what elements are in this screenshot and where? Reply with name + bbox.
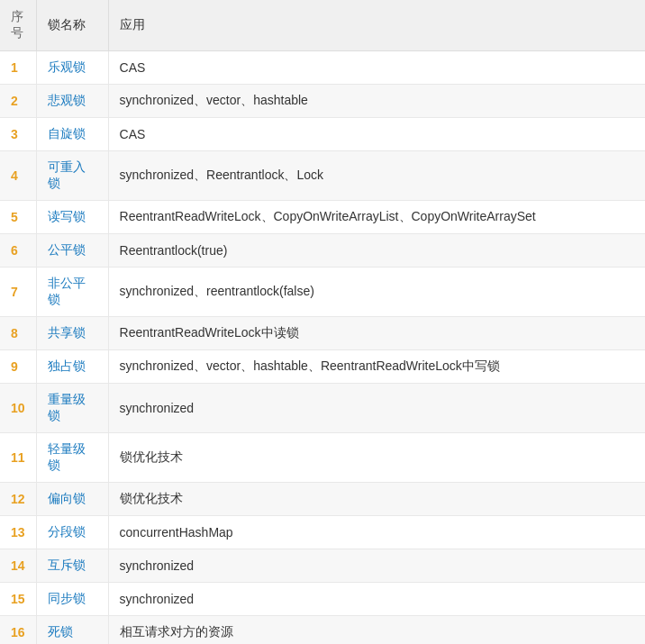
cell-app: Reentrantlock(true) [108, 234, 645, 268]
cell-index: 12 [0, 483, 36, 516]
table-row: 2悲观锁synchronized、vector、hashtable [0, 85, 645, 118]
table-header-row: 序号 锁名称 应用 [0, 0, 645, 51]
table-row: 6公平锁Reentrantlock(true) [0, 234, 645, 268]
cell-app: ReentrantReadWriteLock、CopyOnWriteArrayL… [108, 201, 645, 234]
cell-app: synchronized、vector、hashtable、ReentrantR… [108, 350, 645, 384]
cell-app: ReentrantReadWriteLock中读锁 [108, 317, 645, 350]
table-row: 9独占锁synchronized、vector、hashtable、Reentr… [0, 350, 645, 384]
cell-lock-name: 读写锁 [36, 201, 108, 234]
cell-index: 7 [0, 268, 36, 317]
cell-index: 3 [0, 118, 36, 151]
cell-app: synchronized、reentrantlock(false) [108, 268, 645, 317]
cell-app: synchronized [108, 384, 645, 433]
cell-lock-name: 共享锁 [36, 317, 108, 350]
cell-lock-name: 死锁 [36, 616, 108, 645]
table-row: 3自旋锁CAS [0, 118, 645, 151]
locks-table: 序号 锁名称 应用 1乐观锁CAS2悲观锁synchronized、vector… [0, 0, 645, 644]
cell-index: 5 [0, 201, 36, 234]
cell-app: synchronized [108, 549, 645, 583]
table-row: 14互斥锁synchronized [0, 549, 645, 583]
cell-lock-name: 非公平锁 [36, 268, 108, 317]
cell-app: concurrentHashMap [108, 516, 645, 549]
cell-index: 13 [0, 516, 36, 549]
cell-index: 1 [0, 51, 36, 85]
cell-app: CAS [108, 118, 645, 151]
table-row: 13分段锁concurrentHashMap [0, 516, 645, 549]
cell-lock-name: 独占锁 [36, 350, 108, 384]
table-row: 16死锁相互请求对方的资源 [0, 616, 645, 645]
table-row: 12偏向锁锁优化技术 [0, 483, 645, 516]
cell-index: 15 [0, 583, 36, 616]
header-app: 应用 [108, 0, 645, 51]
cell-index: 8 [0, 317, 36, 350]
table-row: 7非公平锁synchronized、reentrantlock(false) [0, 268, 645, 317]
table-row: 8共享锁ReentrantReadWriteLock中读锁 [0, 317, 645, 350]
cell-index: 2 [0, 85, 36, 118]
header-index: 序号 [0, 0, 36, 51]
table-row: 4可重入锁synchronized、Reentrantlock、Lock [0, 151, 645, 201]
cell-index: 10 [0, 384, 36, 433]
cell-lock-name: 自旋锁 [36, 118, 108, 151]
cell-app: 锁优化技术 [108, 483, 645, 516]
cell-index: 16 [0, 616, 36, 645]
cell-index: 9 [0, 350, 36, 384]
table-row: 15同步锁synchronized [0, 583, 645, 616]
cell-lock-name: 分段锁 [36, 516, 108, 549]
table-row: 11轻量级锁锁优化技术 [0, 433, 645, 483]
table-row: 1乐观锁CAS [0, 51, 645, 85]
header-name: 锁名称 [36, 0, 108, 51]
cell-lock-name: 同步锁 [36, 583, 108, 616]
table-row: 5读写锁ReentrantReadWriteLock、CopyOnWriteAr… [0, 201, 645, 234]
cell-app: 相互请求对方的资源 [108, 616, 645, 645]
cell-lock-name: 可重入锁 [36, 151, 108, 201]
table-row: 10重量级锁synchronized [0, 384, 645, 433]
cell-app: CAS [108, 51, 645, 85]
cell-app: 锁优化技术 [108, 433, 645, 483]
cell-lock-name: 公平锁 [36, 234, 108, 268]
cell-index: 6 [0, 234, 36, 268]
cell-lock-name: 互斥锁 [36, 549, 108, 583]
cell-index: 14 [0, 549, 36, 583]
cell-lock-name: 乐观锁 [36, 51, 108, 85]
cell-app: synchronized [108, 583, 645, 616]
cell-lock-name: 重量级锁 [36, 384, 108, 433]
cell-app: synchronized、vector、hashtable [108, 85, 645, 118]
cell-lock-name: 偏向锁 [36, 483, 108, 516]
cell-app: synchronized、Reentrantlock、Lock [108, 151, 645, 201]
table-container: 序号 锁名称 应用 1乐观锁CAS2悲观锁synchronized、vector… [0, 0, 645, 644]
cell-lock-name: 轻量级锁 [36, 433, 108, 483]
cell-index: 4 [0, 151, 36, 201]
cell-lock-name: 悲观锁 [36, 85, 108, 118]
cell-index: 11 [0, 433, 36, 483]
